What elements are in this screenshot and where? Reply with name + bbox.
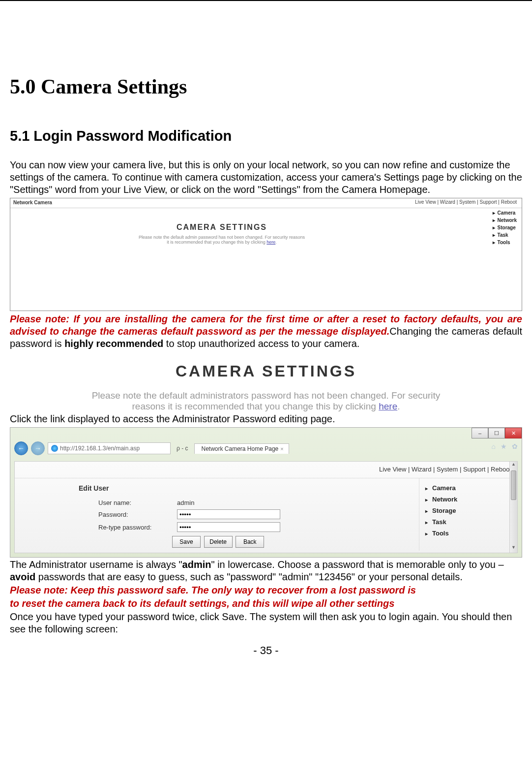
expand-icon: ▸ <box>425 497 432 502</box>
sidebar-menu: ▸Camera ▸Network ▸Storage ▸Task ▸Tools <box>493 209 517 246</box>
paragraph: You can now view your camera live, but t… <box>10 159 522 196</box>
page-number: - 35 - <box>10 644 522 657</box>
address-bar[interactable]: http://192.168.1.3/en/main.asp <box>48 442 171 454</box>
username-label: User name: <box>98 499 177 506</box>
maximize-button[interactable]: ☐ <box>488 428 505 438</box>
sidebar-item[interactable]: ▸Storage <box>425 505 511 516</box>
home-icon[interactable]: ⌂ <box>492 442 496 450</box>
ie-icon <box>51 445 58 452</box>
retype-password-input[interactable] <box>177 522 280 532</box>
paragraph: Click the link displayed to access the A… <box>10 413 522 425</box>
browser-tools: ⌂ ★ ✿ <box>492 442 518 450</box>
back-button[interactable]: Back <box>236 536 264 548</box>
expand-icon: ▸ <box>425 531 432 536</box>
scroll-thumb[interactable] <box>511 470 516 500</box>
sidebar-item[interactable]: ▸Tools <box>425 528 511 539</box>
here-link[interactable]: here <box>379 401 397 411</box>
screenshot-camera-settings-page: Network Camera Live View | Wizard | Syst… <box>10 198 522 311</box>
sidebar-item[interactable]: ▸Network <box>493 217 517 224</box>
password-label: Password: <box>98 511 177 518</box>
document-page: 5.0 Camera Settings 5.1 Login Password M… <box>0 0 532 667</box>
sidebar-menu: ▸Camera ▸Network ▸Storage ▸Task ▸Tools <box>419 478 517 551</box>
panel-heading: Edit User <box>30 484 404 492</box>
scroll-up-icon[interactable]: ▲ <box>510 462 517 470</box>
paragraph: Once you have typed your password twice,… <box>10 611 522 635</box>
content-title: CAMERA SETTINGS <box>10 223 433 232</box>
page-content: Live View | Wizard | System | Support | … <box>14 461 518 553</box>
top-nav[interactable]: Live View | Wizard | System | Support | … <box>415 199 517 205</box>
back-button[interactable]: ← <box>14 441 28 455</box>
sidebar-item[interactable]: ▸Camera <box>493 209 517 217</box>
security-note: Please note the default admin password h… <box>10 235 433 245</box>
top-nav[interactable]: Live View | Wizard | System | Support | … <box>15 462 517 478</box>
main-content: CAMERA SETTINGS Please note the default … <box>10 223 433 245</box>
sidebar-item[interactable]: ▸Task <box>425 516 511 528</box>
expand-icon: ▸ <box>493 217 498 224</box>
sidebar-item[interactable]: ▸Tools <box>493 239 517 246</box>
paragraph: The Administrator username is always "ad… <box>10 559 522 583</box>
security-note: Please note the default administrators p… <box>10 390 522 412</box>
expand-icon: ▸ <box>425 520 432 525</box>
star-icon[interactable]: ★ <box>501 442 507 450</box>
window-controls: – ☐ ✕ <box>472 428 522 438</box>
expand-icon: ▸ <box>425 508 432 514</box>
scrollbar[interactable]: ▲ ▼ <box>509 462 517 553</box>
content-title: CAMERA SETTINGS <box>10 362 522 380</box>
browser-toolbar: ← → http://192.168.1.3/en/main.asp ρ - c… <box>10 438 522 458</box>
gear-icon[interactable]: ✿ <box>512 442 518 450</box>
delete-button[interactable]: Delete <box>204 536 233 548</box>
sidebar-item[interactable]: ▸Storage <box>493 224 517 231</box>
expand-icon: ▸ <box>493 231 498 239</box>
warning-paragraph: Please note: If you are installing the c… <box>10 313 522 350</box>
expand-icon: ▸ <box>425 486 432 491</box>
browser-tab[interactable]: Network Camera Home Page × <box>194 443 289 454</box>
scroll-down-icon[interactable]: ▼ <box>510 545 517 553</box>
heading-2: 5.1 Login Password Modification <box>10 128 522 144</box>
expand-icon: ▸ <box>493 239 498 246</box>
screenshot-camera-settings-zoom: CAMERA SETTINGS Please note the default … <box>10 362 522 412</box>
close-tab-icon[interactable]: × <box>280 446 283 452</box>
sidebar-item[interactable]: ▸Camera <box>425 482 511 494</box>
here-link[interactable]: here <box>266 240 275 245</box>
save-button[interactable]: Save <box>172 536 201 548</box>
refresh-search[interactable]: ρ - c <box>174 445 191 452</box>
button-row: Save Delete Back <box>30 536 404 548</box>
warning-line: Please note: Keep this password safe. Th… <box>10 584 522 596</box>
expand-icon: ▸ <box>493 209 498 217</box>
password-input[interactable] <box>177 509 280 519</box>
expand-icon: ▸ <box>493 224 498 231</box>
screenshot-edit-user-page: – ☐ ✕ ← → http://192.168.1.3/en/main.asp… <box>10 427 522 558</box>
username-value: admin <box>177 499 194 506</box>
sidebar-item[interactable]: ▸Task <box>493 231 517 239</box>
retype-password-label: Re-type password: <box>98 524 177 531</box>
forward-button[interactable]: → <box>31 441 45 455</box>
minimize-button[interactable]: – <box>472 428 488 438</box>
close-button[interactable]: ✕ <box>505 428 522 438</box>
heading-1: 5.0 Camera Settings <box>10 75 522 98</box>
sidebar-item[interactable]: ▸Network <box>425 494 511 505</box>
warning-line: to reset the camera back to its default … <box>10 597 522 610</box>
main-panel: Edit User User name: admin Password: Re-… <box>15 478 419 551</box>
